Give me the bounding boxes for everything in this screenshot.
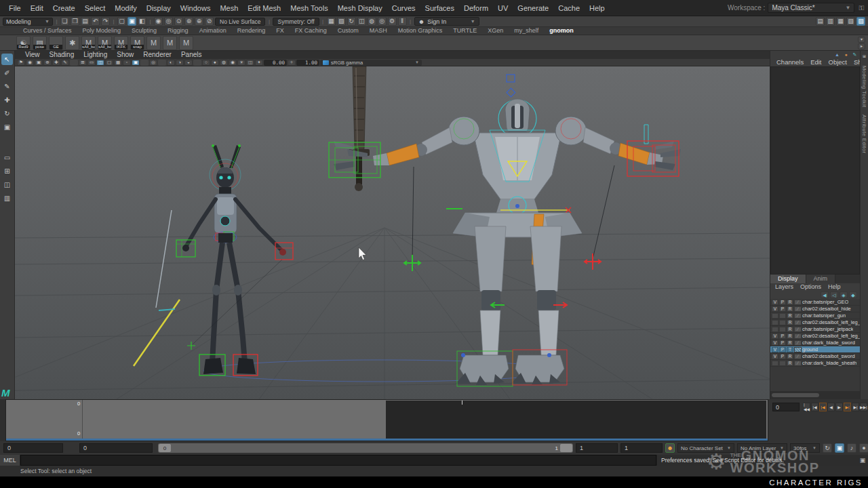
channel-box-toggle-icon[interactable]: ▨: [856, 17, 865, 26]
char02:desaibot_left_leg_CUT[interactable]: R ∕ char02:desaibot_left_leg_CUT: [770, 319, 860, 326]
snap-view-plane-icon[interactable]: ⊕: [195, 17, 203, 26]
layer-display-type-toggle[interactable]: R: [787, 306, 793, 312]
step-forward-key-button[interactable]: ▶|: [844, 403, 851, 411]
menubar-item[interactable]: Edit Mesh: [243, 4, 285, 12]
ipr-render-icon[interactable]: ◎: [378, 17, 387, 26]
use-all-lights-icon[interactable]: ☀: [237, 60, 245, 66]
layer-editor-menu-item[interactable]: Help: [825, 283, 844, 291]
menubar-item[interactable]: Select: [80, 4, 111, 12]
shelf-tab[interactable]: Rendering: [232, 26, 271, 35]
menubar-item[interactable]: UV: [493, 4, 513, 12]
new-layer-from-selected-icon[interactable]: ◆: [849, 291, 857, 298]
two-pane-layout[interactable]: ◫: [1, 179, 13, 190]
panel-menu-item[interactable]: Shading: [45, 51, 79, 59]
shelf-tab[interactable]: Sculpting: [126, 26, 162, 35]
snap-grid-icon[interactable]: ◉: [154, 17, 163, 26]
shelf-tab[interactable]: gnomon: [544, 26, 579, 35]
menubar-item[interactable]: Mesh Tools: [285, 4, 332, 12]
wireframe-icon[interactable]: ○: [202, 60, 210, 66]
range-slider[interactable]: 0 1: [158, 443, 573, 453]
dock-grid-icon[interactable]: ⊞: [861, 53, 868, 59]
animation-start-field[interactable]: 0: [79, 443, 153, 453]
layer-display-type-toggle[interactable]: T: [787, 347, 793, 352]
ambient-occlusion-icon[interactable]: ◒: [184, 60, 193, 66]
gate-mask-icon[interactable]: ▢: [105, 60, 113, 66]
resolution-gate-icon[interactable]: ◫: [96, 60, 104, 66]
menubar-item[interactable]: Edit: [26, 4, 48, 12]
shelf-mel-script-icon[interactable]: Msnap: [130, 36, 144, 50]
channel-box-menu-item[interactable]: Object: [825, 58, 850, 66]
shelf-mel-script-icon[interactable]: MsAll_bo: [81, 36, 96, 50]
render-current-frame-icon[interactable]: ◍: [368, 17, 376, 26]
shadows-icon[interactable]: ◑: [176, 60, 184, 66]
pause-viewport-icon[interactable]: ‖: [398, 17, 407, 26]
sidebar-vertical-tab[interactable]: Attribute Editor: [861, 115, 867, 154]
playback-loop-icon[interactable]: ↻: [823, 443, 832, 453]
status-divider[interactable]: |: [111, 18, 116, 24]
snap-curve-icon[interactable]: ◎: [164, 17, 173, 26]
tool-settings-toggle-icon[interactable]: ▦: [836, 17, 845, 26]
open-render-view-icon[interactable]: ◫: [357, 17, 366, 26]
four-pane-layout[interactable]: ⊞: [1, 165, 13, 177]
status-divider[interactable]: |: [148, 18, 153, 24]
layer-swatch-icon[interactable]: ∕: [794, 320, 802, 325]
shelf-mel-script-icon[interactable]: M: [146, 36, 161, 50]
xray-icon[interactable]: ◫: [246, 60, 254, 66]
field-chart-icon[interactable]: ▩: [114, 60, 122, 66]
time-slider[interactable]: 0 0: [5, 399, 768, 441]
layer-editor-menu-item[interactable]: Layers: [772, 283, 797, 291]
play-forwards-button[interactable]: ▶: [835, 403, 843, 411]
layer-swatch-icon[interactable]: ∕: [794, 354, 802, 359]
layer-editor-menu-item[interactable]: Options: [797, 283, 825, 291]
layer-swatch-icon[interactable]: ∕: [794, 300, 802, 305]
char:batsniper_jetpack[interactable]: R ∕ char:batsniper_jetpack: [770, 326, 860, 333]
panel-menu-item[interactable]: Lighting: [79, 51, 112, 59]
play-backwards-button[interactable]: ◀: [827, 403, 835, 411]
new-empty-layer-icon[interactable]: ◈: [840, 291, 848, 298]
select-object-icon[interactable]: ▣: [127, 17, 136, 26]
shelf-red9-icon[interactable]: ☯Red9: [16, 36, 31, 50]
panel-menu-item[interactable]: Show: [112, 51, 138, 59]
render-settings-icon[interactable]: ⚙: [388, 17, 397, 26]
sign-in-button[interactable]: ☻ Sign In ▼: [414, 17, 479, 26]
menubar-item[interactable]: Modify: [110, 4, 141, 12]
layer-display-type-toggle[interactable]: R: [787, 354, 793, 359]
status-divider[interactable]: |: [408, 18, 413, 24]
lasso-select-tool[interactable]: ✐: [1, 67, 13, 79]
current-time-indicator[interactable]: [82, 400, 83, 439]
char:batsniper_gun[interactable]: R ∕ char:batsniper_gun: [770, 312, 860, 319]
char02:desaibot_sword[interactable]: V P R ∕ char02:desaibot_sword: [770, 353, 860, 360]
save-scene-icon[interactable]: ▤: [81, 17, 90, 26]
layer-swatch-icon[interactable]: ∕: [794, 313, 802, 319]
layer-playback-toggle[interactable]: P: [779, 300, 786, 305]
view-transform-selector[interactable]: sRGB gamma ▼: [320, 60, 422, 66]
shelf-tab[interactable]: Rigging: [162, 26, 194, 35]
layer-visibility-toggle[interactable]: [772, 361, 778, 366]
char:batsniper_GEO[interactable]: V P R ∕ char:batsniper_GEO: [770, 299, 860, 306]
go-to-start-button[interactable]: |◀◀: [803, 403, 810, 411]
shelf-mel-script-icon[interactable]: M: [163, 36, 177, 50]
menubar-item[interactable]: Help: [585, 4, 610, 12]
layer-display-type-toggle[interactable]: R: [787, 327, 793, 332]
shelf-tab[interactable]: TURTLE: [448, 26, 482, 35]
grease-pencil-icon[interactable]: ✎: [61, 60, 69, 66]
move-layer-up-icon[interactable]: ◀: [821, 291, 829, 298]
new-scene-icon[interactable]: ❏: [60, 17, 69, 26]
use-default-material-icon[interactable]: ◐: [167, 60, 175, 66]
workspace-lock-icon[interactable]: ⚿: [859, 4, 864, 12]
shelf-asterisk-icon[interactable]: ✱: [65, 36, 79, 50]
film-gate-icon[interactable]: ▭: [87, 60, 96, 66]
outliner-toggle-icon[interactable]: ▥: [826, 17, 835, 26]
layer-playback-toggle[interactable]: [779, 327, 786, 332]
shelf-mel-script-icon[interactable]: M: [179, 36, 193, 50]
layer-visibility-toggle[interactable]: V: [772, 300, 778, 305]
go-to-end-button[interactable]: ▶▶|: [860, 403, 867, 411]
pan-zoom-icon[interactable]: ✚: [52, 60, 60, 66]
gamma-icon[interactable]: ✧: [288, 60, 296, 66]
exposure-icon[interactable]: ✦: [255, 60, 263, 66]
layer-display-type-toggle[interactable]: R: [787, 300, 793, 305]
shelf-menu-icon[interactable]: ▾: [858, 37, 865, 43]
safe-title-icon[interactable]: ▣: [132, 60, 140, 66]
undo-icon[interactable]: ↶: [91, 17, 100, 26]
show-outputs-icon[interactable]: ▧: [337, 17, 346, 26]
